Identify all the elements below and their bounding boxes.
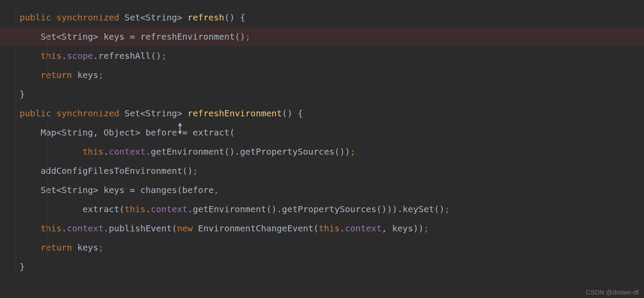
type: Set<String> — [125, 108, 182, 119]
code-line[interactable]: extract(this.context.getEnvironment().ge… — [0, 200, 644, 219]
code-line[interactable]: Map<String, Object> before = extract( — [0, 123, 644, 142]
keyword-this: this — [41, 223, 61, 234]
code-line[interactable]: public synchronized Set<String> refreshE… — [0, 104, 644, 123]
code-line-highlighted[interactable]: Set<String> keys = refreshEnvironment(); — [0, 27, 644, 46]
brace-close: } — [20, 89, 25, 99]
property-context: context — [67, 223, 103, 234]
code-line[interactable]: } — [0, 85, 644, 104]
keyword-synchronized: synchronized — [56, 108, 119, 119]
keyword-new: new — [177, 223, 193, 234]
keyword-return: return — [20, 242, 72, 253]
keyword-this: this — [20, 51, 61, 61]
property-context: context — [345, 223, 382, 234]
property-context: context — [109, 146, 146, 157]
code-text: Map<String, Object> before = extract( — [20, 127, 235, 138]
code-line[interactable]: Set<String> keys = changes(before, — [0, 180, 644, 200]
keyword-return: return — [20, 70, 72, 80]
keyword-this: this — [83, 146, 104, 157]
property-context: context — [151, 204, 187, 214]
brace-close: } — [20, 261, 25, 272]
code-line[interactable]: return keys; — [0, 65, 644, 85]
code-line[interactable]: public synchronized Set<String> refresh(… — [0, 8, 644, 27]
punct: () { — [224, 12, 245, 23]
semicolon: ; — [245, 31, 251, 42]
type: Set<String> — [125, 12, 182, 23]
keyword-synchronized: synchronized — [56, 12, 119, 23]
keyword-public: public — [20, 108, 51, 119]
code-line[interactable]: addConfigFilesToEnvironment(); — [0, 161, 644, 180]
watermark: CSDN @dotaer-df — [586, 289, 639, 295]
keyword-this: this — [125, 204, 146, 214]
code-line[interactable]: } — [0, 257, 644, 276]
code-line[interactable]: this.scope.refreshAll(); — [0, 46, 644, 65]
property-scope: scope — [67, 51, 93, 61]
code-editor[interactable]: public synchronized Set<String> refresh(… — [0, 0, 644, 276]
code-text: addConfigFilesToEnvironment() — [20, 166, 193, 176]
method-call: refreshAll() — [98, 51, 162, 61]
method-name: refreshEnvironment — [187, 108, 282, 119]
keyword-this: this — [319, 223, 339, 234]
method-name: refresh — [187, 12, 224, 23]
code-text: Set<String> keys = refreshEnvironment() — [20, 31, 245, 42]
code-line[interactable]: this.context.getEnvironment().getPropert… — [0, 142, 644, 161]
code-line[interactable]: return keys; — [0, 238, 644, 257]
code-line[interactable]: this.context.publishEvent(new Environmen… — [0, 219, 644, 238]
code-text: Set<String> keys = changes(before — [20, 185, 214, 195]
keyword-public: public — [20, 12, 51, 23]
